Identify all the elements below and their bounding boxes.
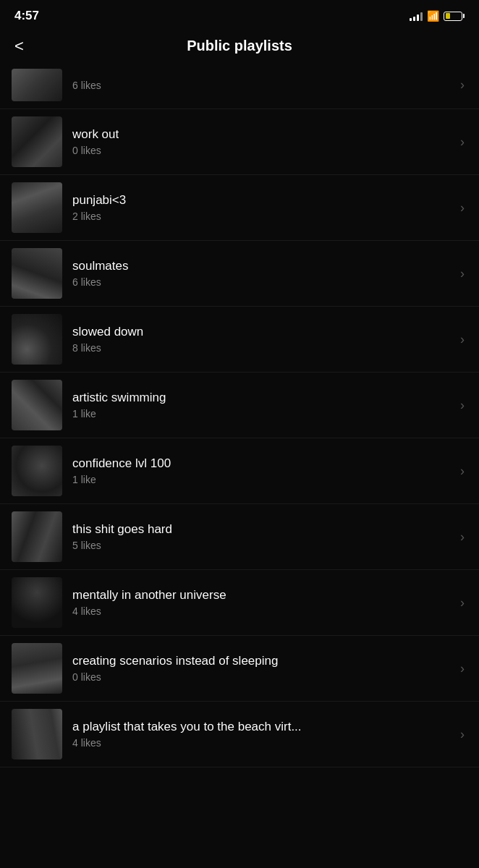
playlist-info: creating scenarios instead of sleeping 0… — [72, 654, 453, 683]
playlist-info: soulmates 6 likes — [72, 259, 453, 288]
playlist-info: punjabi<3 2 likes — [72, 193, 453, 222]
playlist-thumbnail — [12, 182, 62, 233]
battery-icon — [444, 12, 465, 21]
playlist-info: mentally in another universe 4 likes — [72, 588, 453, 617]
partial-playlist-item[interactable]: 6 likes › — [0, 66, 479, 109]
playlist-info: work out 0 likes — [72, 127, 453, 156]
playlist-likes: 1 like — [72, 408, 453, 420]
playlist-items-container: work out 0 likes › punjabi<3 2 likes › s… — [0, 109, 479, 767]
playlist-likes: 8 likes — [72, 342, 453, 354]
playlist-thumbnail — [12, 577, 62, 628]
playlist-likes: 6 likes — [72, 80, 101, 91]
playlist-thumbnail — [12, 248, 62, 299]
page-title: Public playlists — [187, 38, 292, 54]
signal-icon — [410, 11, 423, 21]
playlist-thumbnail — [12, 446, 62, 496]
playlist-info: confidence lvl 100 1 like — [72, 456, 453, 485]
playlist-name: this shit goes hard — [72, 522, 453, 537]
playlist-item[interactable]: punjabi<3 2 likes › — [0, 175, 479, 241]
chevron-right-icon: › — [460, 77, 465, 93]
back-button[interactable]: < — [14, 38, 24, 54]
header: < Public playlists — [0, 29, 479, 66]
playlist-name: mentally in another universe — [72, 588, 453, 603]
playlist-item[interactable]: soulmates 6 likes › — [0, 241, 479, 307]
playlist-likes: 0 likes — [72, 145, 453, 156]
playlist-thumbnail — [12, 709, 62, 760]
playlist-thumbnail — [12, 511, 62, 562]
chevron-right-icon: › — [460, 529, 465, 545]
playlist-name: punjabi<3 — [72, 193, 453, 208]
playlist-thumbnail — [12, 380, 62, 430]
playlist-item[interactable]: artistic swimming 1 like › — [0, 373, 479, 438]
playlist-item[interactable]: work out 0 likes › — [0, 109, 479, 175]
playlist-item[interactable]: confidence lvl 100 1 like › — [0, 438, 479, 504]
status-bar: 4:57 📶 — [0, 0, 479, 29]
playlist-likes: 6 likes — [72, 276, 453, 288]
playlist-thumbnail — [12, 314, 62, 365]
playlist-name: creating scenarios instead of sleeping — [72, 654, 453, 668]
chevron-right-icon: › — [460, 332, 465, 347]
status-icons: 📶 — [410, 10, 465, 22]
playlist-likes: 5 likes — [72, 540, 453, 551]
chevron-right-icon: › — [460, 266, 465, 281]
playlist-item[interactable]: a playlist that takes you to the beach v… — [0, 702, 479, 767]
playlist-item[interactable]: creating scenarios instead of sleeping 0… — [0, 636, 479, 702]
playlist-likes: 2 likes — [72, 210, 453, 222]
playlist-list: 6 likes › work out 0 likes › punjabi<3 2… — [0, 66, 479, 767]
playlist-info: this shit goes hard 5 likes — [72, 522, 453, 551]
chevron-right-icon: › — [460, 135, 465, 150]
chevron-right-icon: › — [460, 595, 465, 610]
status-time: 4:57 — [14, 9, 39, 23]
playlist-name: soulmates — [72, 259, 453, 273]
playlist-item[interactable]: mentally in another universe 4 likes › — [0, 570, 479, 636]
playlist-info: 6 likes — [72, 79, 453, 92]
playlist-info: a playlist that takes you to the beach v… — [72, 720, 453, 749]
playlist-name: a playlist that takes you to the beach v… — [72, 720, 453, 734]
chevron-right-icon: › — [460, 200, 465, 216]
playlist-likes: 0 likes — [72, 671, 453, 683]
playlist-info: artistic swimming 1 like — [72, 391, 453, 420]
playlist-name: work out — [72, 127, 453, 142]
playlist-name: confidence lvl 100 — [72, 456, 453, 471]
playlist-thumbnail — [12, 643, 62, 694]
playlist-info: slowed down 8 likes — [72, 325, 453, 354]
playlist-thumbnail — [12, 116, 62, 167]
playlist-item[interactable]: slowed down 8 likes › — [0, 307, 479, 373]
chevron-right-icon: › — [460, 727, 465, 742]
playlist-item[interactable]: this shit goes hard 5 likes › — [0, 504, 479, 570]
playlist-name: artistic swimming — [72, 391, 453, 405]
playlist-likes: 1 like — [72, 474, 453, 485]
wifi-icon: 📶 — [427, 10, 439, 22]
chevron-right-icon: › — [460, 661, 465, 676]
playlist-likes: 4 likes — [72, 737, 453, 749]
chevron-right-icon: › — [460, 464, 465, 479]
chevron-right-icon: › — [460, 398, 465, 413]
playlist-name: slowed down — [72, 325, 453, 339]
playlist-likes: 4 likes — [72, 605, 453, 617]
playlist-thumbnail — [12, 69, 62, 101]
